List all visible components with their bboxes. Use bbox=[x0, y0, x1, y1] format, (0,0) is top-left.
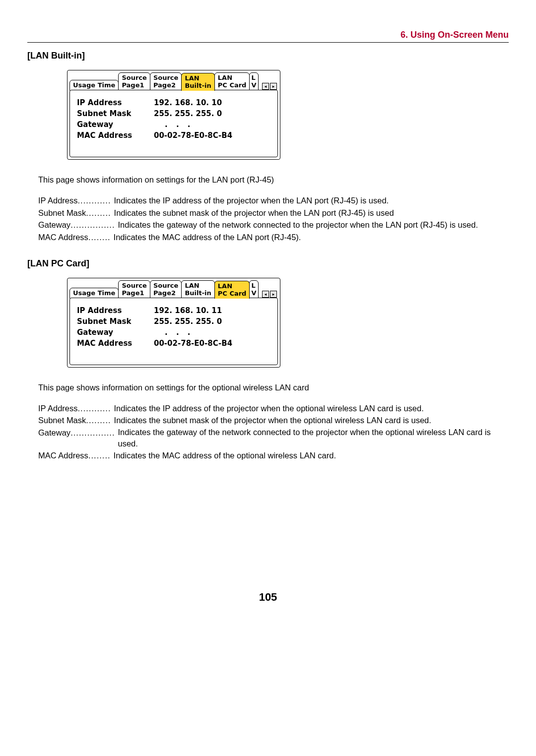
def-term: Gateway bbox=[38, 427, 70, 449]
tab-source-page1[interactable]: Source Page1 bbox=[118, 280, 150, 299]
field-value-gateway: . . . bbox=[154, 328, 194, 337]
osd-window-pccard: Usage Time Source Page1 Source Page2 LAN… bbox=[67, 278, 280, 368]
field-label-mac: MAC Address bbox=[77, 339, 154, 348]
osd-tab-row: Usage Time Source Page1 Source Page2 LAN… bbox=[69, 280, 278, 299]
def-term: IP Address bbox=[38, 194, 78, 207]
field-label-ip: IP Address bbox=[77, 306, 154, 315]
def-dots: ................ bbox=[70, 219, 115, 231]
def-dots: ........ bbox=[88, 231, 111, 244]
section-title: [LAN PC Card] bbox=[27, 258, 509, 269]
scroll-left-icon[interactable]: ◂ bbox=[262, 291, 269, 298]
osd-panel: IP Address 192. 168. 10. 10 Subnet Mask … bbox=[69, 90, 278, 157]
field-value-subnet: 255. 255. 255. 0 bbox=[154, 317, 222, 326]
section-intro: This page shows information on settings … bbox=[38, 382, 509, 393]
def-dots: ......... bbox=[86, 414, 111, 427]
chapter-heading: 6. Using On-Screen Menu bbox=[27, 30, 509, 43]
tab-truncated[interactable]: L V bbox=[249, 280, 259, 299]
tab-lan-builtin[interactable]: LAN Built-in bbox=[181, 73, 214, 91]
def-desc: Indicates the subnet mask of the project… bbox=[111, 414, 509, 427]
definition-list: IP Address ............ Indicates the IP… bbox=[38, 194, 509, 244]
def-dots: ................ bbox=[70, 427, 115, 449]
def-term: Subnet Mask bbox=[38, 207, 86, 219]
def-desc: Indicates the IP address of the projecto… bbox=[111, 402, 509, 415]
def-desc: Indicates the gateway of the network con… bbox=[115, 219, 509, 231]
def-dots: ............ bbox=[78, 402, 111, 415]
field-label-subnet: Subnet Mask bbox=[77, 109, 154, 118]
scroll-right-icon[interactable]: ▸ bbox=[270, 83, 277, 90]
def-dots: ......... bbox=[86, 207, 111, 219]
tab-source-page1[interactable]: Source Page1 bbox=[118, 72, 150, 91]
def-desc: Indicates the MAC address of the LAN por… bbox=[111, 231, 509, 244]
page-number: 105 bbox=[27, 591, 509, 604]
section-lan-builtin: [LAN Built-in] Usage Time Source Page1 S… bbox=[27, 51, 509, 244]
def-dots: ............ bbox=[78, 194, 111, 207]
osd-window-builtin: Usage Time Source Page1 Source Page2 LAN… bbox=[67, 70, 280, 160]
tab-source-page2[interactable]: Source Page2 bbox=[150, 280, 182, 299]
field-value-mac: 00-02-78-E0-8C-B4 bbox=[154, 131, 232, 140]
field-value-subnet: 255. 255. 255. 0 bbox=[154, 109, 222, 118]
def-term: Subnet Mask bbox=[38, 414, 86, 427]
field-value-mac: 00-02-78-E0-8C-B4 bbox=[154, 339, 232, 348]
def-desc: Indicates the gateway of the network con… bbox=[115, 427, 509, 449]
def-term: Gateway bbox=[38, 219, 70, 231]
osd-panel: IP Address 192. 168. 10. 11 Subnet Mask … bbox=[69, 298, 278, 365]
tab-usage-time[interactable]: Usage Time bbox=[69, 80, 119, 91]
scroll-right-icon[interactable]: ▸ bbox=[270, 291, 277, 298]
section-intro: This page shows information on settings … bbox=[38, 175, 509, 185]
tab-truncated[interactable]: L V bbox=[249, 72, 259, 91]
def-desc: Indicates the MAC address of the optiona… bbox=[111, 449, 509, 462]
field-label-mac: MAC Address bbox=[77, 131, 154, 140]
def-term: IP Address bbox=[38, 402, 78, 415]
def-desc: Indicates the IP address of the projecto… bbox=[111, 194, 509, 207]
tab-source-page2[interactable]: Source Page2 bbox=[150, 72, 182, 91]
section-lan-pccard: [LAN PC Card] Usage Time Source Page1 So… bbox=[27, 258, 509, 462]
field-value-gateway: . . . bbox=[154, 120, 194, 129]
scroll-left-icon[interactable]: ◂ bbox=[262, 83, 269, 90]
tab-lan-pccard[interactable]: LAN PC Card bbox=[214, 281, 250, 299]
def-term: MAC Address bbox=[38, 231, 88, 244]
field-value-ip: 192. 168. 10. 11 bbox=[154, 306, 222, 315]
field-label-subnet: Subnet Mask bbox=[77, 317, 154, 326]
definition-list: IP Address ............ Indicates the IP… bbox=[38, 402, 509, 462]
tab-usage-time[interactable]: Usage Time bbox=[69, 288, 119, 299]
def-desc: Indicates the subnet mask of the project… bbox=[111, 207, 509, 219]
tab-lan-builtin[interactable]: LAN Built-in bbox=[181, 280, 214, 299]
osd-tab-row: Usage Time Source Page1 Source Page2 LAN… bbox=[69, 72, 278, 91]
def-term: MAC Address bbox=[38, 449, 88, 462]
section-title: [LAN Built-in] bbox=[27, 51, 509, 61]
tab-lan-pccard[interactable]: LAN PC Card bbox=[214, 72, 250, 91]
field-label-gateway: Gateway bbox=[77, 120, 154, 129]
field-label-ip: IP Address bbox=[77, 98, 154, 107]
field-value-ip: 192. 168. 10. 10 bbox=[154, 98, 222, 107]
field-label-gateway: Gateway bbox=[77, 328, 154, 337]
def-dots: ........ bbox=[88, 449, 111, 462]
